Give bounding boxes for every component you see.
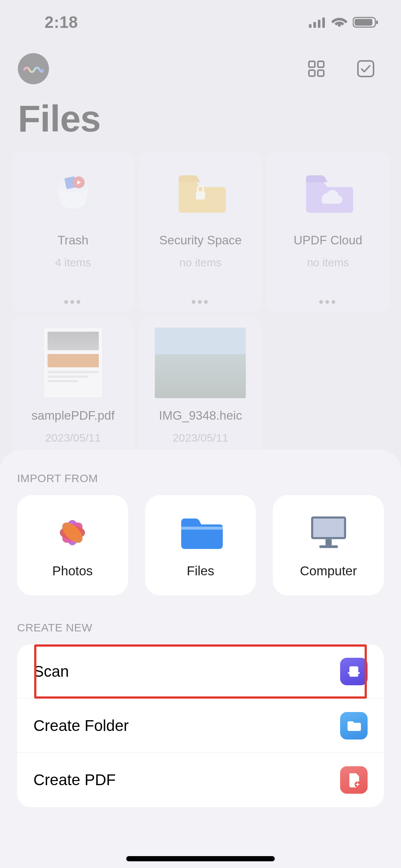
tile-sub: 4 items: [55, 256, 91, 269]
app-avatar[interactable]: [18, 53, 49, 84]
more-icon[interactable]: •••: [191, 300, 210, 304]
more-icon[interactable]: •••: [64, 300, 82, 304]
home-indicator[interactable]: [126, 856, 275, 861]
select-icon[interactable]: [356, 59, 376, 79]
svg-rect-31: [349, 666, 358, 677]
import-label: Computer: [300, 563, 357, 578]
create-folder[interactable]: Create Folder: [17, 699, 384, 753]
tile-updf-cloud[interactable]: UPDF Cloud no items •••: [267, 152, 389, 312]
wifi-icon: [331, 16, 348, 28]
photos-app-icon: [50, 512, 95, 553]
create-heading: CREATE NEW: [17, 621, 384, 634]
image-thumbnail: [155, 328, 246, 398]
battery-icon: [353, 16, 379, 28]
grid-view-icon[interactable]: [307, 59, 326, 78]
svg-rect-5: [355, 19, 372, 26]
import-computer[interactable]: Computer: [273, 495, 384, 595]
svg-rect-11: [358, 61, 374, 77]
create-list: Scan Create Folder Create PDF: [17, 644, 384, 807]
files-app-icon: [178, 512, 223, 553]
create-label: Create PDF: [33, 771, 116, 789]
status-icons: [309, 16, 379, 28]
folder-icon: [340, 712, 368, 739]
import-label: Photos: [52, 563, 93, 578]
locked-folder-icon: [175, 165, 226, 217]
svg-rect-0: [309, 24, 312, 28]
svg-rect-26: [181, 527, 223, 530]
create-label: Scan: [33, 663, 69, 680]
svg-rect-8: [318, 61, 324, 67]
svg-rect-3: [322, 17, 325, 28]
create-scan[interactable]: Scan: [17, 644, 384, 699]
svg-rect-29: [325, 539, 332, 546]
files-grid: Trash 4 items ••• Security Space no item…: [0, 152, 401, 477]
cloud-folder-icon: [302, 165, 354, 217]
tile-name: IMG_9348.heic: [159, 409, 242, 423]
cellular-icon: [309, 17, 326, 28]
nav-row: [0, 52, 401, 85]
create-label: Create Folder: [33, 717, 129, 735]
scan-icon: [340, 658, 368, 685]
svg-rect-9: [309, 70, 315, 76]
pdf-thumbnail: [43, 328, 103, 398]
svg-rect-30: [319, 545, 338, 548]
svg-rect-28: [313, 518, 344, 537]
computer-icon: [306, 512, 351, 553]
tile-trash[interactable]: Trash 4 items •••: [12, 152, 134, 312]
trash-icon: [47, 165, 99, 217]
tile-security-space[interactable]: Security Space no items •••: [139, 152, 261, 312]
more-icon[interactable]: •••: [319, 300, 337, 304]
tile-name: Trash: [58, 233, 88, 247]
import-row: Photos Files Computer: [17, 495, 384, 595]
tile-sub: no items: [179, 256, 221, 269]
status-time: 2:18: [45, 13, 78, 32]
import-label: Files: [187, 563, 214, 578]
import-heading: IMPORT FROM: [17, 472, 384, 485]
tile-sub: no items: [307, 256, 349, 269]
tile-sub: 2023/05/11: [45, 432, 101, 444]
svg-rect-6: [376, 20, 378, 24]
pdf-add-icon: [340, 766, 368, 794]
create-pdf[interactable]: Create PDF: [17, 753, 384, 807]
action-sheet: IMPORT FROM Photos Files Computer CREATE…: [0, 450, 401, 868]
svg-rect-2: [318, 20, 320, 28]
tile-name: Security Space: [159, 233, 242, 247]
import-photos[interactable]: Photos: [17, 495, 128, 595]
tile-name: samplePDF.pdf: [32, 409, 115, 423]
tile-name: UPDF Cloud: [294, 233, 362, 247]
svg-rect-7: [309, 61, 315, 67]
tile-sub: 2023/05/11: [173, 432, 228, 444]
svg-rect-1: [313, 22, 316, 28]
svg-rect-10: [318, 70, 324, 76]
svg-rect-17: [196, 191, 205, 199]
import-files[interactable]: Files: [145, 495, 256, 595]
svg-rect-32: [348, 672, 360, 674]
page-title: Files: [18, 97, 101, 140]
status-bar: 2:18: [0, 0, 401, 45]
